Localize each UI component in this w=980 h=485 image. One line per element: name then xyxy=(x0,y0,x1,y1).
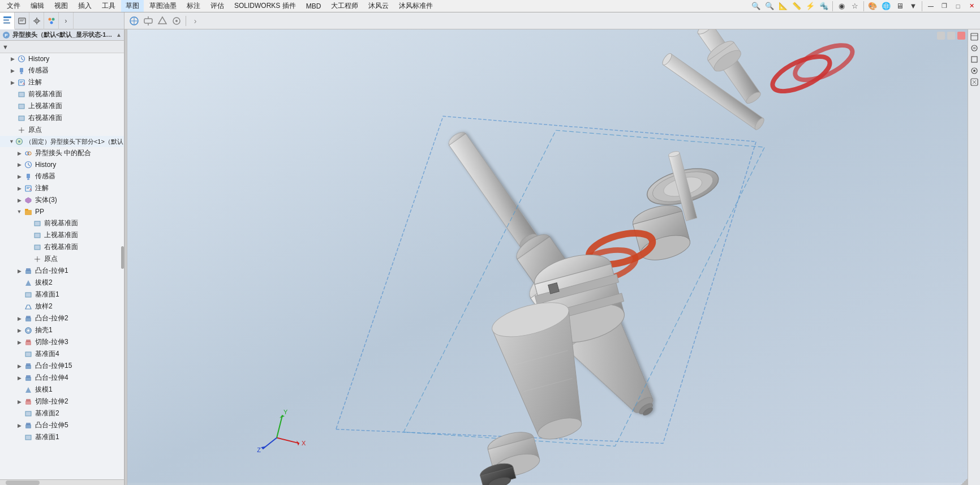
expand-boss-ext5[interactable]: ▶ xyxy=(16,423,23,428)
menu-annotation[interactable]: 标注 xyxy=(182,0,205,12)
menu-tools[interactable]: 工具 xyxy=(97,0,120,12)
win-maximize[interactable]: □ xyxy=(952,0,964,12)
right-icon-4[interactable] xyxy=(969,66,979,76)
expand-mating[interactable]: ▶ xyxy=(16,151,23,156)
tab-config[interactable] xyxy=(29,12,44,29)
main-tb-1[interactable] xyxy=(128,15,140,27)
tree-item-right-plane2[interactable]: ▶ 右视基准面 xyxy=(0,241,124,253)
main-tb-4[interactable] xyxy=(170,15,183,27)
menu-sketch-ink[interactable]: 草图油墨 xyxy=(145,0,181,12)
tree-item-fixed-part[interactable]: ▼ （固定）异型接头下部分<1>（默认... xyxy=(0,136,124,147)
tree-item-more-plane[interactable]: ▶ 基准面1 xyxy=(0,431,124,443)
menu-view[interactable]: 视图 xyxy=(50,0,72,12)
menu-da-engineer[interactable]: 大工程师 xyxy=(326,0,363,12)
expand-boss-ext2[interactable]: ▶ xyxy=(16,316,23,321)
win-minimize[interactable]: ─ xyxy=(925,0,937,12)
toolbar-monitor[interactable]: 🖥 xyxy=(893,0,906,12)
tree-item-history2[interactable]: ▶ History xyxy=(0,159,124,170)
expand-sensor1[interactable]: ▶ xyxy=(9,68,16,74)
tree-item-boss-ext15[interactable]: ▶ 凸台-拉伸15 xyxy=(0,360,124,372)
main-tb-3[interactable] xyxy=(156,15,169,27)
model-canvas[interactable]: X Y Z xyxy=(127,29,968,485)
tree-item-draft1[interactable]: ▶ 拔模1 xyxy=(0,384,124,396)
expand-boss-ext15[interactable]: ▶ xyxy=(16,363,23,369)
tree-item-cut-ext2[interactable]: ▶ 切除-拉伸2 xyxy=(0,396,124,407)
expand-note1[interactable]: ▶ xyxy=(9,80,16,85)
right-icon-5[interactable] xyxy=(969,77,979,87)
viewport-maximize[interactable] xyxy=(947,32,955,40)
tree-item-note2[interactable]: ▶ A 注解 xyxy=(0,182,124,194)
menu-sw-plugin[interactable]: SOLIDWORKS 插件 xyxy=(230,0,300,12)
expand-cut-ext2[interactable]: ▶ xyxy=(16,399,23,405)
toolbar-circle[interactable]: ◉ xyxy=(835,0,848,12)
tab-appearance[interactable] xyxy=(44,12,59,29)
tree-item-history1[interactable]: ▶ History xyxy=(0,53,124,65)
expand-boss-ext1[interactable]: ▶ xyxy=(16,268,23,274)
win-close[interactable]: ✕ xyxy=(965,0,978,12)
tree-item-plane1[interactable]: ▶ 基准面1 xyxy=(0,289,124,301)
viewport[interactable]: X Y Z xyxy=(127,29,968,485)
panel-resize-handle[interactable] xyxy=(121,246,124,269)
tree-item-note1[interactable]: ▶ A 注解 xyxy=(0,76,124,88)
tree-item-boss-ext4[interactable]: ▶ 凸台-拉伸4 xyxy=(0,372,124,384)
tree-item-right-plane[interactable]: ▶ 右视基准面 xyxy=(0,112,124,124)
toolbar-search2[interactable]: 🔍 xyxy=(763,0,776,12)
tree-item-body3[interactable]: ▶ 实体(3) xyxy=(0,194,124,206)
tab-more[interactable]: › xyxy=(59,12,74,29)
toolbar-globe[interactable]: 🌐 xyxy=(880,0,892,12)
tree-item-boss-ext2[interactable]: ▶ 凸台-拉伸2 xyxy=(0,312,124,324)
tree-area[interactable]: ▶ History ▶ 传感器 ▶ A 注解 xyxy=(0,53,124,479)
viewport-minimize[interactable] xyxy=(937,32,945,40)
toolbar-ref[interactable]: ⚡ xyxy=(804,0,816,12)
toolbar-dropdown[interactable]: ▼ xyxy=(907,0,919,12)
tree-item-boss-ext5[interactable]: ▶ 凸台-拉伸5 xyxy=(0,419,124,431)
expand-shell1[interactable]: ▶ xyxy=(16,328,23,333)
menu-file[interactable]: 文件 xyxy=(2,0,25,12)
menu-mbd[interactable]: MBD xyxy=(302,1,326,11)
menu-sketch[interactable]: 草图 xyxy=(121,0,144,12)
menu-mufeng-std[interactable]: 沐风标准件 xyxy=(394,0,437,12)
toolbar-star[interactable]: ☆ xyxy=(849,0,861,12)
tree-item-pp[interactable]: ▼ PP xyxy=(0,206,124,217)
panel-scroll-up[interactable]: ▲ xyxy=(116,32,122,38)
filter-icon[interactable]: ▼ xyxy=(2,44,8,50)
tree-item-draft2[interactable]: ▶ 拔模2 xyxy=(0,277,124,289)
viewport-resize-corner[interactable] xyxy=(961,478,968,485)
tree-item-front-plane[interactable]: ▶ 前视基准面 xyxy=(0,88,124,100)
toolbar-measure[interactable]: 📐 xyxy=(777,0,789,12)
tree-item-cut-ext3[interactable]: ▶ 切除-拉伸3 xyxy=(0,336,124,348)
tree-item-origin2[interactable]: ▶ 原点 xyxy=(0,253,124,265)
menu-insert[interactable]: 插入 xyxy=(74,0,96,12)
toolbar-search1[interactable]: 🔍 xyxy=(750,0,762,12)
tree-item-top-plane[interactable]: ▶ 上视基准面 xyxy=(0,100,124,112)
expand-cut-ext3[interactable]: ▶ xyxy=(16,340,23,345)
tree-item-mating[interactable]: ▶ 异型接头 中的配合 xyxy=(0,147,124,159)
tree-item-sensor2[interactable]: ▶ 传感器 xyxy=(0,170,124,182)
tree-hscroll[interactable] xyxy=(0,479,124,485)
expand-history1[interactable]: ▶ xyxy=(9,56,16,62)
tree-item-plane4[interactable]: ▶ 基准面4 xyxy=(0,348,124,360)
toolbar-fastener[interactable]: 🔩 xyxy=(818,0,830,12)
viewport-close[interactable] xyxy=(957,32,965,40)
main-tb-2[interactable] xyxy=(142,15,154,27)
menu-evaluate[interactable]: 评估 xyxy=(206,0,229,12)
tree-item-top-plane2[interactable]: ▶ 上视基准面 xyxy=(0,229,124,241)
main-tb-5[interactable]: › xyxy=(189,15,201,27)
expand-body3[interactable]: ▶ xyxy=(16,198,23,203)
toolbar-ruler[interactable]: 📏 xyxy=(790,0,803,12)
tab-feature-tree[interactable] xyxy=(0,12,15,29)
tree-item-scale2[interactable]: ▶ 放样2 xyxy=(0,301,124,312)
tree-item-sensor1[interactable]: ▶ 传感器 xyxy=(0,65,124,76)
expand-note2[interactable]: ▶ xyxy=(16,186,23,191)
right-icon-1[interactable] xyxy=(969,32,979,42)
expand-history2[interactable]: ▶ xyxy=(16,162,23,168)
right-icon-3[interactable] xyxy=(969,54,979,65)
tree-item-origin1[interactable]: ▶ 原点 xyxy=(0,124,124,136)
menu-mufeng-cloud[interactable]: 沐风云 xyxy=(364,0,393,12)
expand-fixed-part[interactable]: ▼ xyxy=(9,139,14,144)
expand-pp[interactable]: ▼ xyxy=(16,209,23,214)
tree-item-boss-ext1[interactable]: ▶ 凸台-拉伸1 xyxy=(0,265,124,277)
right-icon-2[interactable] xyxy=(969,43,979,53)
tree-item-front-plane2[interactable]: ▶ 前视基准面 xyxy=(0,217,124,229)
tree-item-plane2[interactable]: ▶ 基准面2 xyxy=(0,407,124,419)
